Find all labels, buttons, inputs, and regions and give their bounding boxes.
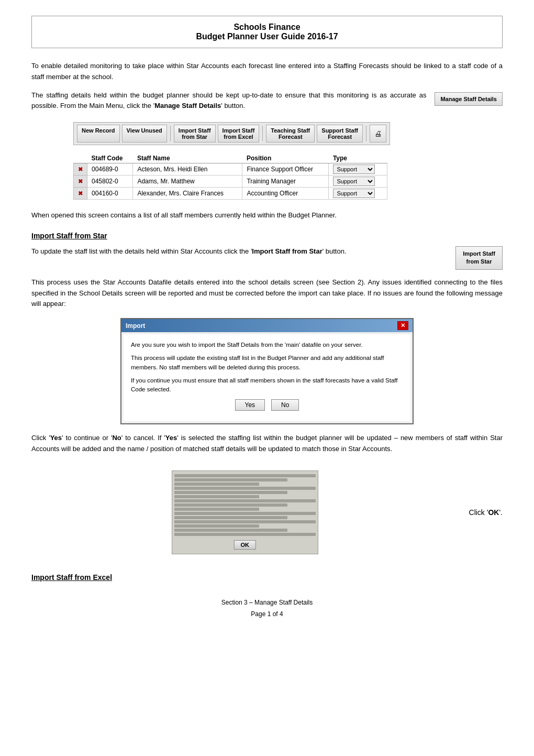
col-icon <box>74 154 87 163</box>
when-opened-text: When opened this screen contains a list … <box>31 210 503 221</box>
after-dialog-text: Click 'Yes' to continue or 'No' to cance… <box>31 433 503 455</box>
staff-table-wrapper: Staff Code Staff Name Position Type ✖ 00… <box>73 154 503 200</box>
row2-position: Training Manager <box>242 176 329 188</box>
row3-name: Alexander, Mrs. Claire Frances <box>133 188 242 200</box>
para2-text-end: ' button. <box>221 102 245 109</box>
row2-type: Support Teaching <box>329 176 387 188</box>
row2-icon: ✖ <box>74 176 87 188</box>
row3-code: 004160-0 <box>87 188 133 200</box>
toolbar-separator-2 <box>262 126 263 141</box>
footer-section: Section 3 – Manage Staff Details <box>31 597 503 609</box>
table-row: ✖ 045802-0 Adams, Mr. Matthew Training M… <box>74 176 387 188</box>
row1-type-select[interactable]: Support Teaching <box>333 165 375 174</box>
header-title2: Budget Planner User Guide 2016-17 <box>42 32 492 41</box>
page-header: Schools Finance Budget Planner User Guid… <box>31 16 503 48</box>
dialog-para2: This process will update the existing st… <box>131 354 403 372</box>
ok-click-label: Click 'OK'. <box>469 508 503 517</box>
col-staff-name: Staff Name <box>133 154 242 163</box>
staff-table-header-row: Staff Code Staff Name Position Type <box>74 154 387 163</box>
screenshot-row <box>174 495 259 498</box>
import-star-section: To update the staff list with the detail… <box>31 246 503 270</box>
manage-staff-btn[interactable]: Manage Staff Details <box>435 92 503 106</box>
dialog-no-button[interactable]: No <box>271 399 299 411</box>
ok-click-section: OK Click 'OK'. <box>31 462 503 563</box>
screenshot-row <box>174 512 316 515</box>
page-footer: Section 3 – Manage Staff Details Page 1 … <box>31 597 503 620</box>
import-staff-from-star-button[interactable]: Import Staff from Star <box>174 125 216 143</box>
row1-name: Acteson, Mrs. Heidi Ellen <box>133 163 242 176</box>
screenshot-row <box>174 478 287 481</box>
screenshot-row <box>174 503 287 507</box>
toolbar-separator-3 <box>366 126 366 141</box>
after-dialog-yes1: Yes <box>50 434 62 442</box>
import-star-text-end: ' button. <box>322 247 347 255</box>
screenshot-row <box>174 533 316 536</box>
row3-icon: ✖ <box>74 188 87 200</box>
dialog-content: Are you sure you wish to import the Staf… <box>124 334 410 421</box>
support-staff-forecast-button[interactable]: Support Staff Forecast <box>317 125 363 143</box>
dialog-title: Import <box>126 322 145 330</box>
new-record-button[interactable]: New Record <box>77 125 120 143</box>
row1-type: Support Teaching <box>329 163 387 176</box>
screenshot-row <box>174 487 316 490</box>
import-star-text-start: To update the staff list with the detail… <box>31 247 252 255</box>
dialog-para1: Are you sure you wish to import the Staf… <box>131 341 403 349</box>
row3-type-select[interactable]: Support Teaching <box>333 189 375 198</box>
row1-code: 004689-0 <box>87 163 133 176</box>
row2-name: Adams, Mr. Matthew <box>133 176 242 188</box>
import-excel-heading: Import Staff from Excel <box>31 573 503 582</box>
after-dialog-no: No <box>112 434 121 442</box>
col-staff-code: Staff Code <box>87 154 133 163</box>
table-row: ✖ 004160-0 Alexander, Mrs. Claire France… <box>74 188 387 200</box>
toolbar: New Record View Unused Import Staff from… <box>73 122 390 145</box>
toolbar-separator-1 <box>170 126 171 141</box>
dialog-para3: If you continue you must ensure that all… <box>131 376 403 395</box>
import-staff-star-btn[interactable]: Import Staff from Star <box>455 246 503 270</box>
screenshot-row <box>174 524 259 528</box>
row3-position: Accounting Officer <box>242 188 329 200</box>
dialog-titlebar: Import ✕ <box>121 319 413 332</box>
screenshot-row <box>174 508 259 511</box>
toolbar-area: New Record View Unused Import Staff from… <box>73 122 503 145</box>
screenshot-rows <box>174 474 316 537</box>
import-star-heading: Import Staff from Star <box>31 232 503 240</box>
intro-para1: To enable detailed monitoring to take pl… <box>31 61 503 83</box>
dialog-buttons: Yes No <box>131 399 403 415</box>
staff-table: Staff Code Staff Name Position Type ✖ 00… <box>73 154 387 200</box>
import-star-process-text: This process uses the Star Accounts Data… <box>31 277 503 310</box>
table-row: ✖ 004689-0 Acteson, Mrs. Heidi Ellen Fin… <box>74 163 387 176</box>
intro-para2-text: The staffing details held within the bud… <box>31 90 426 112</box>
header-title1: Schools Finance <box>42 23 492 32</box>
screenshot-inner: OK <box>172 471 318 554</box>
view-unused-button[interactable]: View Unused <box>122 125 167 143</box>
row2-code: 045802-0 <box>87 176 133 188</box>
col-type: Type <box>329 154 387 163</box>
screenshot-row <box>174 491 287 494</box>
print-icon-button[interactable]: 🖨 <box>370 125 386 143</box>
screenshot-row <box>174 483 259 486</box>
screenshot-ok-button: OK <box>234 540 257 550</box>
teaching-staff-forecast-button[interactable]: Teaching Staff Forecast <box>266 125 315 143</box>
row2-type-select[interactable]: Support Teaching <box>333 177 375 186</box>
row3-type: Support Teaching <box>329 188 387 200</box>
ok-bold: OK <box>488 508 499 517</box>
screenshot-row <box>174 516 287 519</box>
import-staff-from-excel-button[interactable]: Import Staff from Excel <box>218 125 260 143</box>
screenshot-image: OK <box>172 470 318 554</box>
footer-page: Page 1 of 4 <box>31 609 503 620</box>
screenshot-row <box>174 499 316 502</box>
row1-position: Finance Support Officer <box>242 163 329 176</box>
col-position: Position <box>242 154 329 163</box>
after-dialog-yes2: Yes <box>165 434 177 442</box>
para2-bold: Manage Staff Details <box>154 102 221 109</box>
dialog-close-button[interactable]: ✕ <box>397 321 408 330</box>
row1-icon: ✖ <box>74 163 87 176</box>
import-dialog: Import ✕ Are you sure you wish to import… <box>120 318 414 424</box>
import-star-text-bold: Import Staff from Star <box>252 247 322 255</box>
intro-para2-block: The staffing details held within the bud… <box>31 90 503 112</box>
screenshot-row <box>174 520 316 523</box>
screenshot-row <box>174 474 316 477</box>
screenshot-row <box>174 529 287 532</box>
import-star-text: To update the staff list with the detail… <box>31 246 447 257</box>
dialog-yes-button[interactable]: Yes <box>235 399 265 411</box>
